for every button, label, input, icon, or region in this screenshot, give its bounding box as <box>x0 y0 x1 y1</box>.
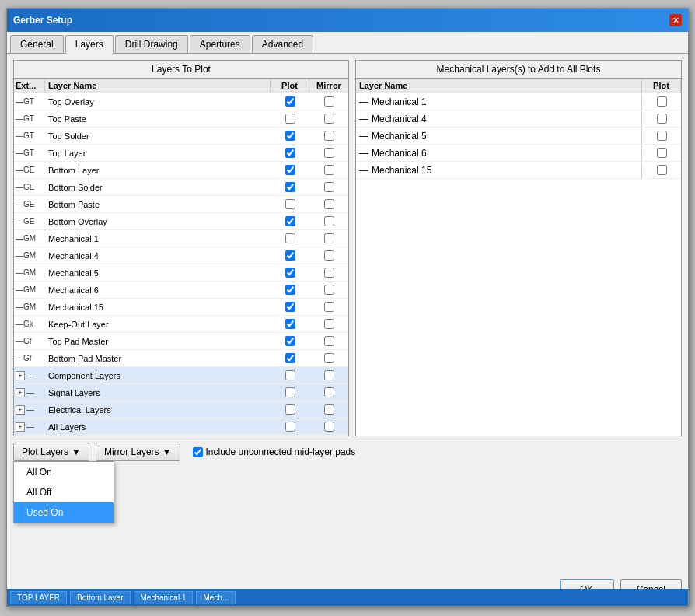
plot-checkbox[interactable] <box>285 319 295 329</box>
plot-checkbox[interactable] <box>285 199 295 209</box>
mirror-checkbox[interactable] <box>324 250 334 261</box>
left-table-row: —GfBottom Pad Master <box>14 350 348 367</box>
row-mirror-cell <box>309 302 348 312</box>
right-table-row: —Mechanical 1 <box>356 93 681 110</box>
plot-checkbox[interactable] <box>285 285 295 295</box>
mirror-checkbox[interactable] <box>324 285 334 295</box>
row-mirror-cell <box>309 268 348 278</box>
mirror-checkbox[interactable] <box>324 353 334 363</box>
plot-layers-menu-item[interactable]: Used On <box>14 502 114 523</box>
taskbar-item[interactable]: Mech... <box>196 591 236 604</box>
row-ext: —Gk <box>14 318 45 330</box>
mirror-layers-label: Mirror Layers <box>104 446 159 457</box>
left-table-row: +—Signal Layers <box>14 384 348 401</box>
taskbar-item[interactable]: Bottom Layer <box>70 591 130 604</box>
row-mirror-cell <box>309 319 348 329</box>
right-row-name: —Mechanical 6 <box>356 145 642 161</box>
row-name: Top Pad Master <box>45 335 271 348</box>
plot-checkbox[interactable] <box>285 370 295 380</box>
left-table-row: —GTTop Paste <box>14 110 348 128</box>
plot-checkbox[interactable] <box>285 422 295 432</box>
row-name: Top Layer <box>45 147 271 159</box>
plot-checkbox[interactable] <box>285 268 295 278</box>
mirror-checkbox[interactable] <box>324 148 334 158</box>
right-table-body: —Mechanical 1—Mechanical 4—Mechanical 5—… <box>356 93 681 179</box>
mirror-checkbox[interactable] <box>324 182 334 192</box>
right-plot-checkbox[interactable] <box>657 131 667 141</box>
mirror-checkbox[interactable] <box>324 96 334 107</box>
right-row-name: —Mechanical 15 <box>356 163 642 178</box>
row-plot-cell <box>271 353 309 363</box>
plot-layers-button[interactable]: Plot Layers ▼ <box>13 443 89 461</box>
gerber-setup-dialog: Gerber Setup ✕ General Layers Drill Draw… <box>6 8 689 607</box>
right-plot-checkbox[interactable] <box>657 96 667 107</box>
row-mirror-cell <box>309 199 348 209</box>
mirror-checkbox[interactable] <box>324 233 334 243</box>
tab-drill-drawing[interactable]: Drill Drawing <box>115 35 188 53</box>
row-name: Mechanical 15 <box>45 301 271 313</box>
row-mirror-cell <box>309 250 348 261</box>
mirror-checkbox[interactable] <box>324 387 334 397</box>
mirror-checkbox[interactable] <box>324 336 334 346</box>
col-ext-header: Ext... <box>14 79 45 93</box>
row-ext: —GM <box>14 267 45 278</box>
right-table-row: —Mechanical 15 <box>356 162 681 179</box>
row-ext: +— <box>14 404 45 416</box>
mirror-checkbox[interactable] <box>324 165 334 175</box>
plot-checkbox[interactable] <box>285 404 295 415</box>
left-table-row: —GEBottom Layer <box>14 162 348 179</box>
mirror-checkbox[interactable] <box>324 268 334 278</box>
mirror-checkbox[interactable] <box>324 404 334 415</box>
mirror-checkbox[interactable] <box>324 131 334 141</box>
mirror-checkbox[interactable] <box>324 216 334 226</box>
include-unconnected-checkbox[interactable] <box>193 447 203 457</box>
plot-checkbox[interactable] <box>285 114 295 124</box>
plot-checkbox[interactable] <box>285 250 295 261</box>
plot-layers-menu: All OnAll OffUsed On <box>13 461 114 523</box>
plot-checkbox[interactable] <box>285 233 295 243</box>
plot-checkbox[interactable] <box>285 216 295 226</box>
mirror-layers-button[interactable]: Mirror Layers ▼ <box>96 443 180 461</box>
main-content: Layers To Plot Ext... Layer Name Plot Mi… <box>7 54 688 467</box>
plot-checkbox[interactable] <box>285 182 295 192</box>
tab-general[interactable]: General <box>10 35 64 53</box>
plot-checkbox[interactable] <box>285 353 295 363</box>
plot-checkbox[interactable] <box>285 148 295 158</box>
plot-checkbox[interactable] <box>285 131 295 141</box>
mirror-checkbox[interactable] <box>324 199 334 209</box>
row-plot-cell <box>271 285 309 295</box>
row-mirror-cell <box>309 114 348 124</box>
left-table-row: —GMMechanical 4 <box>14 247 348 264</box>
taskbar-item[interactable]: TOP LAYER <box>10 591 67 604</box>
right-table-header: Layer Name Plot <box>356 79 681 93</box>
right-row-name: —Mechanical 5 <box>356 128 642 144</box>
right-plot-checkbox[interactable] <box>657 165 667 175</box>
mirror-checkbox[interactable] <box>324 370 334 380</box>
row-ext: —GT <box>14 147 45 159</box>
row-mirror-cell <box>309 353 348 363</box>
plot-layers-menu-item[interactable]: All On <box>14 462 114 482</box>
right-plot-checkbox[interactable] <box>657 148 667 158</box>
plot-checkbox[interactable] <box>285 165 295 175</box>
row-plot-cell <box>271 199 309 209</box>
mirror-checkbox[interactable] <box>324 319 334 329</box>
plot-checkbox[interactable] <box>285 387 295 397</box>
plot-checkbox[interactable] <box>285 302 295 312</box>
close-button[interactable]: ✕ <box>669 14 682 26</box>
row-plot-cell <box>271 182 309 192</box>
row-ext: —GE <box>14 198 45 210</box>
mirror-checkbox[interactable] <box>324 302 334 312</box>
tab-apertures[interactable]: Apertures <box>190 35 250 53</box>
mirror-checkbox[interactable] <box>324 114 334 124</box>
plot-layers-menu-item[interactable]: All Off <box>14 482 114 502</box>
tab-layers[interactable]: Layers <box>65 35 114 54</box>
taskbar-item[interactable]: Mechanical 1 <box>134 591 194 604</box>
plot-checkbox[interactable] <box>285 336 295 346</box>
right-plot-checkbox[interactable] <box>657 114 667 124</box>
tab-advanced[interactable]: Advanced <box>252 35 313 53</box>
row-name: Top Overlay <box>45 96 271 108</box>
plot-checkbox[interactable] <box>285 96 295 107</box>
mirror-layers-arrow: ▼ <box>162 446 172 457</box>
col-plot-header: Plot <box>271 79 309 93</box>
mirror-checkbox[interactable] <box>324 422 334 432</box>
